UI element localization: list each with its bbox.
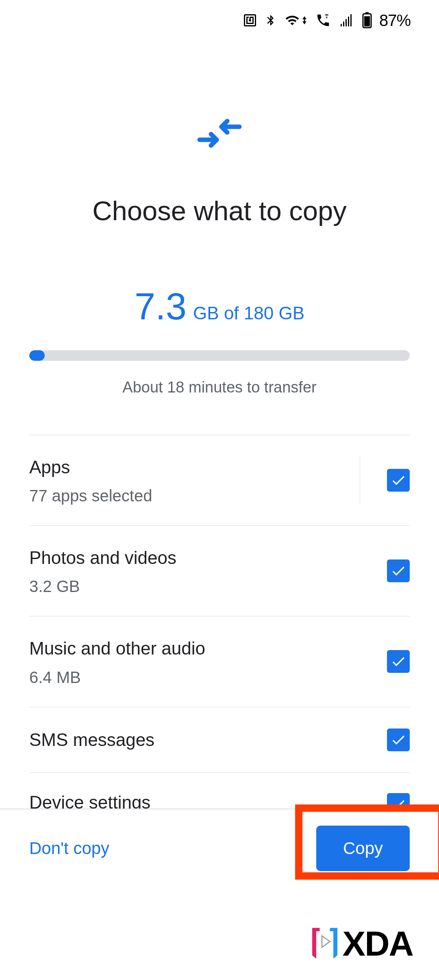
item-title: Music and other audio	[29, 637, 364, 660]
item-sms[interactable]: SMS messages	[0, 707, 439, 772]
storage-progress-fill	[29, 350, 45, 361]
copy-button[interactable]: Copy	[316, 826, 410, 871]
item-photos-videos[interactable]: Photos and videos 3.2 GB	[0, 526, 439, 616]
copy-items-list: Apps 77 apps selected Photos and videos …	[0, 435, 439, 816]
dont-copy-button[interactable]: Don't copy	[29, 839, 109, 858]
svg-rect-2	[364, 16, 370, 26]
bottom-action-bar: Don't copy Copy	[0, 809, 439, 887]
selected-size-value: 7.3	[135, 286, 187, 327]
cellular-signal-icon	[339, 13, 355, 28]
xda-logo-icon	[310, 926, 339, 962]
item-title: SMS messages	[29, 728, 364, 751]
transfer-estimate: About 18 minutes to transfer	[0, 379, 439, 396]
transfer-arrows-icon	[0, 118, 439, 148]
total-size-label: GB of 180 GB	[188, 303, 304, 323]
nfc-icon	[243, 13, 257, 28]
storage-progress-bar	[29, 350, 410, 361]
bluetooth-icon	[265, 13, 277, 28]
page-title: Choose what to copy	[0, 195, 439, 226]
status-bar: 87%	[0, 0, 439, 41]
wifi-calling-icon	[315, 13, 331, 28]
item-title: Photos and videos	[29, 546, 364, 569]
checkbox-photos[interactable]	[387, 559, 410, 582]
item-apps[interactable]: Apps 77 apps selected	[0, 435, 439, 525]
svg-rect-1	[365, 12, 369, 14]
item-subtitle: 77 apps selected	[29, 487, 339, 505]
xda-logo-text: XDA	[343, 924, 413, 964]
item-title: Apps	[29, 455, 339, 479]
checkbox-sms[interactable]	[387, 728, 410, 751]
item-subtitle: 6.4 MB	[29, 668, 364, 687]
battery-percent: 87%	[379, 11, 411, 30]
storage-summary: 7.3 GB of 180 GB	[0, 285, 439, 328]
xda-watermark: XDA	[310, 924, 413, 964]
item-subtitle: 3.2 GB	[29, 577, 364, 596]
checkbox-music[interactable]	[387, 650, 410, 673]
battery-icon	[362, 12, 372, 28]
wifi-icon	[284, 13, 308, 28]
checkbox-apps[interactable]	[387, 469, 410, 492]
item-music-audio[interactable]: Music and other audio 6.4 MB	[0, 616, 439, 707]
